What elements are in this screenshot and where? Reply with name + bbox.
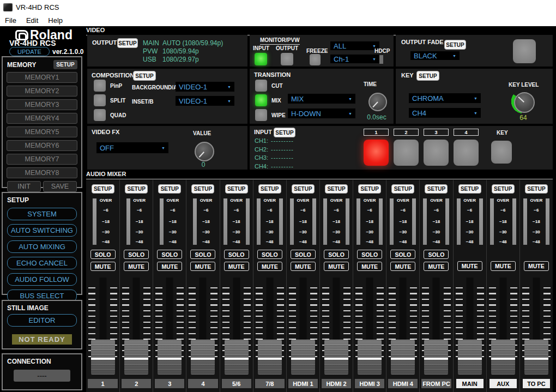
setup-button-system[interactable]: SYSTEM bbox=[7, 208, 77, 220]
solo-button[interactable]: SOLO bbox=[291, 250, 316, 259]
fader-handle[interactable] bbox=[158, 340, 182, 375]
strip-setup-button[interactable]: SETUP bbox=[125, 184, 148, 194]
mute-button[interactable]: MUTE bbox=[357, 262, 382, 271]
fader-handle[interactable] bbox=[391, 340, 415, 375]
editor-button[interactable]: EDITOR bbox=[7, 314, 77, 327]
monitor-output-button[interactable] bbox=[281, 53, 293, 65]
solo-button[interactable]: SOLO bbox=[357, 250, 382, 259]
input-setup-button[interactable]: SETUP bbox=[274, 128, 295, 137]
mute-button[interactable]: MUTE bbox=[190, 262, 215, 271]
memory-slot-button[interactable]: MEMORY5 bbox=[7, 126, 77, 137]
strip-setup-button[interactable]: SETUP bbox=[525, 184, 548, 194]
setup-button-audio-follow[interactable]: AUDIO FOLLOW bbox=[7, 273, 77, 286]
menu-item-help[interactable]: Help bbox=[43, 16, 68, 25]
solo-button[interactable]: SOLO bbox=[257, 250, 282, 259]
monitor-channel-select[interactable]: Ch-1▼ bbox=[330, 55, 379, 63]
mute-button[interactable]: MUTE bbox=[390, 262, 415, 271]
composition-mode-button-pinp[interactable] bbox=[94, 80, 106, 92]
setup-button-auto-mixing[interactable]: AUTO MIXING bbox=[7, 240, 77, 253]
output-setup-button[interactable]: SETUP bbox=[117, 38, 138, 48]
fader-handle[interactable] bbox=[324, 340, 348, 375]
solo-button[interactable]: SOLO bbox=[390, 250, 415, 259]
key-type-select[interactable]: CHROMA▼ bbox=[409, 93, 481, 103]
setup-button-auto-switching[interactable]: AUTO SWITCHING bbox=[7, 224, 77, 237]
solo-button[interactable]: SOLO bbox=[224, 250, 249, 259]
video-fx-select[interactable]: OFF▼ bbox=[96, 142, 168, 153]
transition-mode-button-wipe[interactable] bbox=[255, 109, 267, 121]
input-pad-button-3[interactable] bbox=[424, 140, 449, 166]
update-button[interactable]: UPDATE bbox=[9, 47, 50, 56]
monitor-source-select[interactable]: ALL▼ bbox=[330, 41, 379, 50]
memory-init-button[interactable]: INIT bbox=[7, 181, 41, 192]
mute-button[interactable]: MUTE bbox=[157, 262, 182, 271]
fader-handle[interactable] bbox=[424, 340, 448, 375]
output-fade-button[interactable] bbox=[513, 39, 536, 63]
input-pad-button-2[interactable] bbox=[394, 140, 419, 166]
mute-button[interactable]: MUTE bbox=[124, 262, 149, 271]
strip-setup-button[interactable]: SETUP bbox=[158, 184, 181, 194]
solo-button[interactable]: SOLO bbox=[157, 250, 182, 259]
fader-handle[interactable] bbox=[258, 340, 282, 375]
strip-setup-button[interactable]: SETUP bbox=[258, 184, 281, 194]
solo-button[interactable]: SOLO bbox=[124, 250, 149, 259]
mute-button[interactable]: MUTE bbox=[457, 261, 482, 271]
fader-handle[interactable] bbox=[491, 340, 515, 375]
mute-button[interactable]: MUTE bbox=[524, 261, 549, 271]
solo-button[interactable]: SOLO bbox=[90, 250, 116, 259]
fx-value-knob[interactable] bbox=[195, 142, 214, 161]
strip-setup-button[interactable]: SETUP bbox=[391, 184, 414, 194]
mute-button[interactable]: MUTE bbox=[291, 262, 316, 271]
output-fade-mode-select[interactable]: BLACK▼ bbox=[410, 51, 460, 60]
fader-handle[interactable] bbox=[524, 340, 548, 375]
strip-setup-button[interactable]: SETUP bbox=[191, 184, 214, 194]
wipe-type-select[interactable]: H-DOWN▼ bbox=[288, 108, 355, 118]
output-fade-setup-button[interactable]: SETUP bbox=[444, 40, 466, 50]
fader-handle[interactable] bbox=[358, 340, 382, 375]
strip-setup-button[interactable]: SETUP bbox=[458, 184, 481, 194]
strip-setup-button[interactable]: SETUP bbox=[425, 184, 448, 194]
transition-mode-button-cut[interactable] bbox=[255, 80, 267, 92]
strip-setup-button[interactable]: SETUP bbox=[325, 184, 348, 194]
strip-setup-button[interactable]: SETUP bbox=[92, 184, 114, 194]
fader-handle[interactable] bbox=[191, 340, 215, 375]
background-a-select[interactable]: VIDEO-1▼ bbox=[176, 82, 234, 92]
mute-button[interactable]: MUTE bbox=[224, 262, 249, 271]
key-level-knob[interactable] bbox=[514, 92, 535, 113]
fader-handle[interactable] bbox=[291, 340, 315, 375]
key-setup-button[interactable]: SETUP bbox=[416, 71, 439, 81]
memory-slot-button[interactable]: MEMORY8 bbox=[7, 167, 77, 178]
solo-button[interactable]: SOLO bbox=[424, 250, 449, 259]
memory-slot-button[interactable]: MEMORY6 bbox=[7, 140, 77, 151]
fader-handle[interactable] bbox=[91, 340, 115, 375]
menu-item-file[interactable]: File bbox=[0, 16, 21, 25]
monitor-input-button[interactable] bbox=[255, 53, 267, 65]
freeze-button[interactable] bbox=[310, 54, 321, 65]
mute-button[interactable]: MUTE bbox=[424, 262, 449, 271]
mute-button[interactable]: MUTE bbox=[491, 261, 516, 271]
input-pad-button-1[interactable] bbox=[364, 140, 389, 166]
key-source-select[interactable]: CH4▼ bbox=[409, 108, 481, 118]
memory-slot-button[interactable]: MEMORY2 bbox=[7, 86, 77, 97]
composition-mode-button-split[interactable] bbox=[94, 94, 106, 106]
strip-setup-button[interactable]: SETUP bbox=[225, 184, 248, 194]
memory-slot-button[interactable]: MEMORY4 bbox=[7, 113, 77, 124]
transition-mode-button-mix[interactable] bbox=[255, 94, 267, 106]
memory-setup-button[interactable]: SETUP bbox=[53, 60, 77, 69]
solo-button[interactable]: SOLO bbox=[190, 250, 215, 259]
mute-button[interactable]: MUTE bbox=[324, 262, 349, 271]
memory-save-button[interactable]: SAVE bbox=[43, 181, 77, 192]
menu-item-edit[interactable]: Edit bbox=[21, 16, 43, 25]
mute-button[interactable]: MUTE bbox=[90, 262, 116, 271]
strip-setup-button[interactable]: SETUP bbox=[292, 184, 315, 194]
solo-button[interactable]: SOLO bbox=[324, 250, 349, 259]
composition-mode-button-quad[interactable] bbox=[94, 109, 106, 121]
fader-handle[interactable] bbox=[225, 340, 249, 375]
memory-slot-button[interactable]: MEMORY7 bbox=[7, 154, 77, 165]
setup-button-echo-cancel[interactable]: ECHO CANCEL bbox=[7, 257, 77, 269]
memory-slot-button[interactable]: MEMORY3 bbox=[7, 99, 77, 110]
memory-slot-button[interactable]: MEMORY1 bbox=[7, 72, 77, 83]
strip-setup-button[interactable]: SETUP bbox=[358, 184, 381, 194]
strip-setup-button[interactable]: SETUP bbox=[492, 184, 515, 194]
mute-button[interactable]: MUTE bbox=[257, 262, 282, 271]
fader-handle[interactable] bbox=[124, 340, 148, 375]
